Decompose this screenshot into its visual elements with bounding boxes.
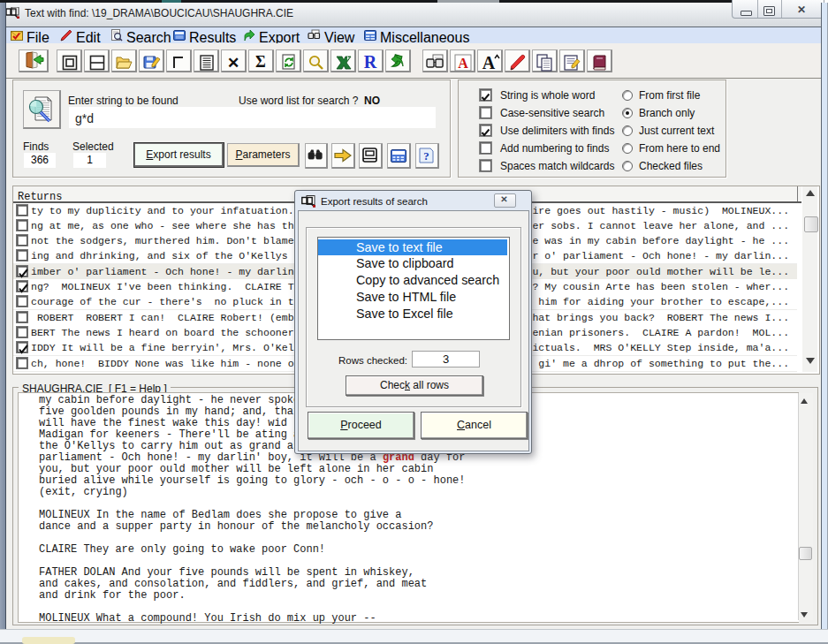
- svg-text:A: A: [458, 56, 468, 71]
- svg-text:A: A: [482, 53, 496, 72]
- svg-text:?: ?: [423, 149, 429, 163]
